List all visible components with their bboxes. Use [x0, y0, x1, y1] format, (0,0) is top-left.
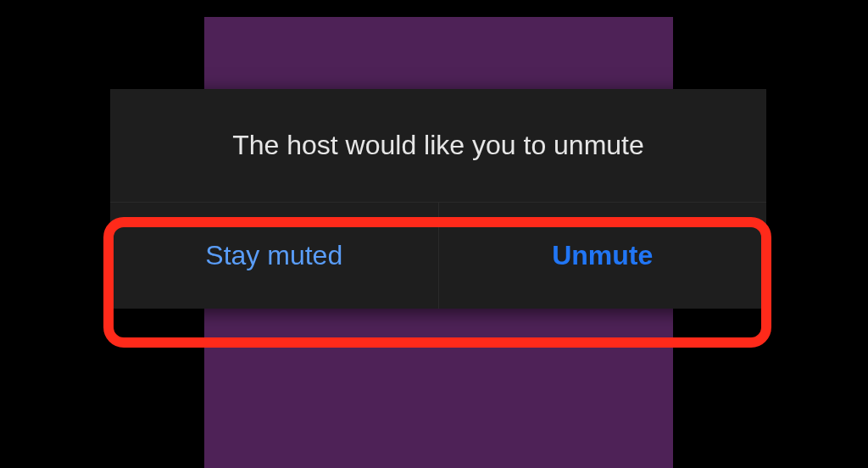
dialog-message: The host would like you to unmute — [110, 89, 766, 203]
unmute-request-dialog: The host would like you to unmute Stay m… — [110, 89, 766, 309]
stay-muted-button[interactable]: Stay muted — [110, 203, 439, 309]
dialog-actions: Stay muted Unmute — [110, 203, 766, 309]
unmute-button[interactable]: Unmute — [439, 203, 767, 309]
